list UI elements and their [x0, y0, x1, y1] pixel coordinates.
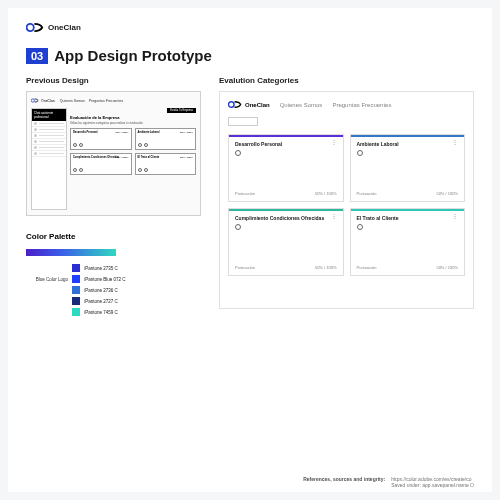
swatch-name: /Pantone 7459 C [84, 310, 118, 315]
eval-card-cumplimiento[interactable]: Cumplimiento Condiciones Ofrecidas⋮Puntu… [228, 208, 344, 276]
swatch-row: /Pantone 2736 C [26, 286, 201, 294]
logo-icon [228, 100, 242, 109]
footer-label: References, sources and integrity: [303, 476, 385, 488]
page: OneClan 03 App Design Prototype Previous… [8, 8, 492, 492]
logo-icon [26, 22, 44, 33]
mock-cta: Evalúa Tu Empresa [167, 108, 196, 113]
section-number-badge: 03 [26, 48, 48, 64]
palette-gradient [26, 249, 116, 256]
previous-heading: Previous Design [26, 76, 201, 85]
page-title: App Design Prototype [54, 47, 212, 64]
mock-sidebar-title: Chat asistente profesional [32, 109, 66, 121]
nav-link[interactable]: Quienes Somos [280, 102, 323, 108]
category-icon [357, 224, 363, 230]
color-swatch [72, 308, 80, 316]
nav-link[interactable]: Preguntas Frecuentes [332, 102, 391, 108]
swatch-name: /Pantone 2727 C [84, 299, 118, 304]
brand-logo: OneClan [26, 22, 474, 33]
right-column: Evalution Categories OneClan Quienes Som… [219, 76, 474, 319]
mock-card: Desarrollo Personal50% / 100% [70, 128, 132, 150]
evaluation-mock: OneClan Quienes Somos Preguntas Frecuent… [219, 91, 474, 309]
category-icon [357, 150, 363, 156]
color-swatch [72, 275, 80, 283]
palette-heading: Color Palette [26, 232, 201, 241]
color-swatch [72, 297, 80, 305]
mock-sidebar: Chat asistente profesional [31, 108, 67, 210]
more-icon[interactable]: ⋮ [452, 141, 458, 144]
eval-brand: OneClan [228, 100, 270, 109]
swatch-row: /Pantone 7459 C [26, 308, 201, 316]
mock-card: Cumplimiento Condiciones Ofrecidas50% / … [70, 153, 132, 175]
eval-button-placeholder[interactable] [228, 117, 258, 126]
swatch-name: /Pantone Blue 072 C [84, 277, 126, 282]
color-swatch [72, 286, 80, 294]
swatch-row: /Pantone 2727 C [26, 297, 201, 305]
eval-card-desarrollo[interactable]: Desarrollo Personal⋮Puntuación50% / 100% [228, 134, 344, 202]
more-icon[interactable]: ⋮ [331, 141, 337, 144]
swatch-row: Blue Color Logo/Pantone Blue 072 C [26, 275, 201, 283]
category-icon [235, 224, 241, 230]
mock-nav: Quienes Somos Preguntas Frecuentes [60, 99, 123, 103]
previous-design-mock: OneClan Quienes Somos Preguntas Frecuent… [26, 91, 201, 216]
swatch-row: /Pantone 2735 C [26, 264, 201, 272]
swatch-name: /Pantone 2735 C [84, 266, 118, 271]
mock-main-sub: Utiliza las siguientes categorías para r… [70, 121, 196, 125]
title-row: 03 App Design Prototype [26, 47, 474, 64]
eval-card-trato[interactable]: El Trato al Cliente⋮Puntuación50% / 100% [350, 208, 466, 276]
more-icon[interactable]: ⋮ [331, 215, 337, 218]
eval-nav: Quienes Somos Preguntas Frecuentes [280, 102, 392, 108]
category-icon [235, 150, 241, 156]
more-icon[interactable]: ⋮ [452, 215, 458, 218]
swatch-name: /Pantone 2736 C [84, 288, 118, 293]
brand-name: OneClan [48, 23, 81, 32]
svg-point-0 [27, 24, 34, 31]
svg-point-2 [228, 102, 234, 108]
evaluation-heading: Evalution Categories [219, 76, 474, 85]
logo-icon [31, 98, 39, 103]
swatch-list: /Pantone 2735 CBlue Color Logo/Pantone B… [26, 264, 201, 316]
left-column: Previous Design OneClan Quienes Somos Pr… [26, 76, 201, 319]
swatch-group-label: Blue Color Logo [26, 277, 68, 282]
eval-card-ambiente[interactable]: Ambiente Laboral⋮Puntuación50% / 100% [350, 134, 466, 202]
mock-brand: OneClan [31, 98, 55, 103]
mock-card: Ambiente Laboral50% / 100% [135, 128, 197, 150]
svg-point-1 [31, 99, 34, 102]
footer-references: References, sources and integrity: https… [303, 476, 474, 488]
mock-card: El Trato al Cliente50% / 100% [135, 153, 197, 175]
color-swatch [72, 264, 80, 272]
mock-main-title: Evaluación de la Empresa [70, 115, 196, 120]
footer-saved: Saved under: app.savepanel.name O [391, 482, 474, 488]
